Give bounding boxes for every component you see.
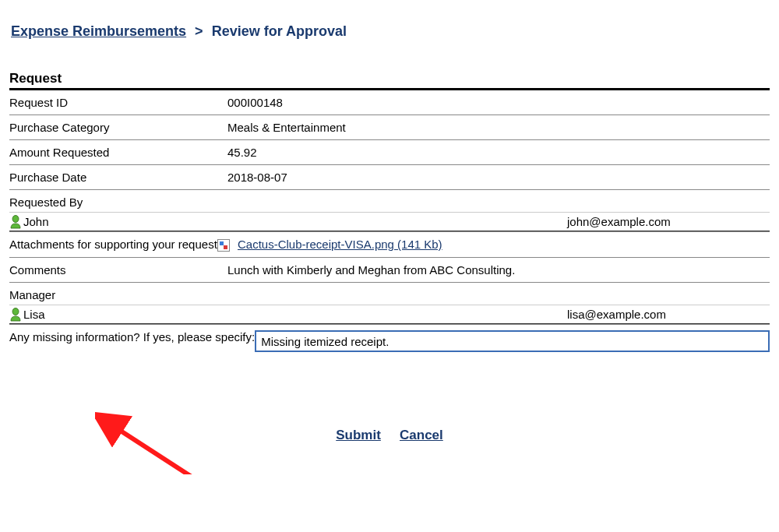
row-comments: Comments Lunch with Kimberly and Meghan … <box>9 258 770 283</box>
label-amount-requested: Amount Requested <box>9 146 227 159</box>
row-request-id: Request ID 000I00148 <box>9 90 770 115</box>
label-request-id: Request ID <box>9 96 227 109</box>
missing-info-input[interactable] <box>255 330 770 352</box>
svg-point-1 <box>12 308 19 315</box>
breadcrumb-separator: > <box>195 23 203 39</box>
cancel-button[interactable]: Cancel <box>400 428 443 442</box>
label-purchase-date: Purchase Date <box>9 171 227 184</box>
value-comments: Lunch with Kimberly and Meghan from ABC … <box>227 263 770 277</box>
row-amount-requested: Amount Requested 45.92 <box>9 140 770 165</box>
requested-by-email: john@example.com <box>567 215 770 228</box>
value-amount-requested: 45.92 <box>227 146 770 159</box>
requested-by-name: John <box>22 215 567 228</box>
label-attachments: Attachments for supporting your request <box>9 238 217 251</box>
submit-button[interactable]: Submit <box>336 428 381 442</box>
manager-email: lisa@example.com <box>567 308 770 321</box>
section-title-request: Request <box>9 71 770 90</box>
svg-point-0 <box>12 216 19 223</box>
person-icon <box>9 307 22 322</box>
manager-name: Lisa <box>22 308 567 321</box>
row-purchase-category: Purchase Category Meals & Entertainment <box>9 115 770 140</box>
value-purchase-category: Meals & Entertainment <box>227 121 770 134</box>
label-comments: Comments <box>9 263 227 277</box>
value-request-id: 000I00148 <box>227 96 770 109</box>
row-requested-by: Requested By John john@example.com <box>9 190 770 232</box>
breadcrumb: Expense Reimbursements > Review for Appr… <box>9 23 770 40</box>
row-attachments: Attachments for supporting your request … <box>9 232 770 258</box>
attachment-link[interactable]: Cactus-Club-receipt-VISA.png (141 Kb) <box>238 238 442 251</box>
row-manager: Manager Lisa lisa@example.com <box>9 283 770 325</box>
image-file-icon <box>217 239 230 252</box>
person-icon <box>9 214 22 229</box>
breadcrumb-current: Review for Approval <box>212 23 347 39</box>
action-bar: Submit Cancel <box>9 428 770 443</box>
label-requested-by: Requested By <box>9 196 770 212</box>
label-purchase-category: Purchase Category <box>9 121 227 134</box>
label-manager: Manager <box>9 288 770 305</box>
value-purchase-date: 2018-08-07 <box>227 171 770 184</box>
row-missing-info: Any missing information? If yes, please … <box>9 325 770 358</box>
row-purchase-date: Purchase Date 2018-08-07 <box>9 165 770 190</box>
label-missing-info: Any missing information? If yes, please … <box>9 330 255 344</box>
breadcrumb-link-expense[interactable]: Expense Reimbursements <box>11 23 186 39</box>
